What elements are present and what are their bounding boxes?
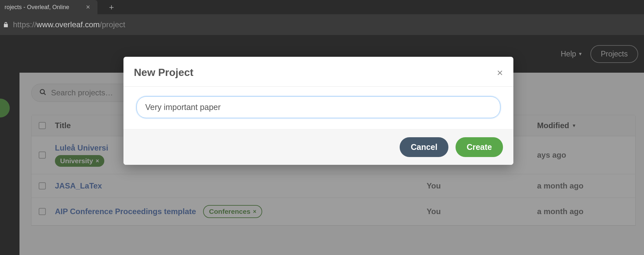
lock-icon [3, 22, 8, 28]
close-tab-icon[interactable]: × [84, 4, 92, 11]
project-name-input[interactable] [136, 96, 500, 118]
browser-tab[interactable]: rojects - Overleaf, Online × [0, 0, 97, 14]
tab-title: rojects - Overleaf, Online [5, 4, 82, 11]
create-button[interactable]: Create [456, 137, 503, 157]
new-project-modal: New Project × Cancel Create [123, 57, 513, 165]
new-tab-button[interactable]: + [107, 3, 116, 11]
cancel-button[interactable]: Cancel [400, 137, 448, 157]
modal-footer: Cancel Create [123, 129, 513, 165]
url: https://www.overleaf.com/project [13, 20, 125, 29]
browser-tab-strip: rojects - Overleaf, Online × + [0, 0, 644, 14]
modal-header: New Project × [123, 57, 513, 87]
modal-body [123, 87, 513, 129]
close-icon[interactable]: × [497, 67, 503, 78]
address-bar[interactable]: https://www.overleaf.com/project [0, 14, 644, 35]
modal-title: New Project [134, 67, 193, 79]
